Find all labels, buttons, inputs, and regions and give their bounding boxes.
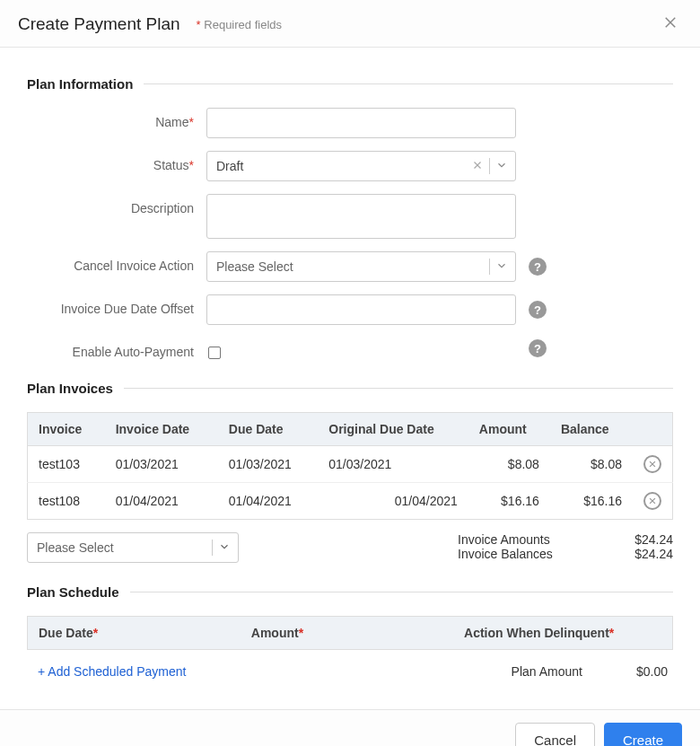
col-original-due-date: Original Due Date [318,413,468,446]
cell-invoice: test103 [28,446,105,483]
cell-original-due-date: 01/04/2021 [318,483,468,520]
help-icon[interactable]: ? [529,258,547,276]
name-label: Name* [27,108,206,129]
description-label: Description [27,194,206,215]
create-button[interactable]: Create [604,723,682,746]
col-schedule-amount: Amount* [241,617,453,650]
help-icon[interactable]: ? [529,301,547,319]
add-invoice-select[interactable]: Please Select [27,532,239,563]
invoice-amounts-value: $24.24 [592,532,673,547]
col-due-date: Due Date [218,413,318,446]
col-schedule-action: Action When Delinquent* [453,617,672,650]
enable-auto-payment-checkbox[interactable] [208,347,221,359]
clear-icon[interactable] [471,159,484,173]
cell-amount: $16.16 [468,483,550,520]
add-scheduled-payment-link[interactable]: + Add Scheduled Payment [27,655,197,688]
invoice-totals: Invoice Amounts $24.24 Invoice Balances … [458,532,673,561]
plan-amount-label: Plan Amount [512,664,582,679]
section-plan-information: Plan Information [27,76,673,92]
invoice-balances-value: $24.24 [592,547,673,561]
invoice-balances-label: Invoice Balances [458,547,592,561]
remove-row-icon[interactable] [643,492,661,510]
dialog-header: Create Payment Plan * Required fields [0,0,700,48]
table-row: test108 01/04/2021 01/04/2021 01/04/2021… [28,483,673,520]
cell-balance: $8.08 [550,446,633,483]
chevron-down-icon [495,159,508,174]
enable-auto-payment-label: Enable Auto-Payment [27,338,206,359]
help-icon[interactable]: ? [529,339,547,357]
chevron-down-icon [218,540,231,556]
remove-row-icon[interactable] [643,455,661,473]
description-input[interactable] [206,194,516,239]
name-input[interactable] [206,108,516,138]
cancel-invoice-action-label: Cancel Invoice Action [27,251,206,273]
plan-amount-value: $0.00 [636,664,668,679]
status-select[interactable]: Draft [206,151,516,181]
col-balance: Balance [550,413,633,446]
dialog-title: Create Payment Plan [18,14,180,34]
cancel-button[interactable]: Cancel [515,723,595,746]
status-label: Status* [27,151,206,172]
section-plan-schedule: Plan Schedule [27,584,673,600]
invoice-due-date-offset-label: Invoice Due Date Offset [27,294,206,316]
schedule-table: Due Date* Amount* Action When Delinquent… [27,616,673,650]
cell-invoice-date: 01/04/2021 [105,483,218,520]
close-icon[interactable] [662,14,682,34]
invoice-amounts-label: Invoice Amounts [458,532,592,547]
table-row: test103 01/03/2021 01/03/2021 01/03/2021… [28,446,673,483]
dialog-footer: Cancel Create [0,709,700,746]
invoices-table: Invoice Invoice Date Due Date Original D… [27,412,673,520]
cell-balance: $16.16 [550,483,633,520]
cell-invoice-date: 01/03/2021 [105,446,218,483]
col-amount: Amount [468,413,550,446]
chevron-down-icon [495,259,508,275]
cell-original-due-date: 01/03/2021 [318,446,468,483]
section-plan-invoices: Plan Invoices [27,381,673,396]
invoice-due-date-offset-input[interactable] [206,294,516,325]
cell-invoice: test108 [28,483,105,520]
cell-due-date: 01/03/2021 [218,446,318,483]
cell-due-date: 01/04/2021 [218,483,318,520]
col-invoice: Invoice [28,413,105,446]
col-schedule-due-date: Due Date* [28,617,241,650]
cancel-invoice-action-select[interactable]: Please Select [206,251,516,282]
col-invoice-date: Invoice Date [105,413,218,446]
cell-amount: $8.08 [468,446,550,483]
required-fields-hint: * Required fields [197,18,282,31]
